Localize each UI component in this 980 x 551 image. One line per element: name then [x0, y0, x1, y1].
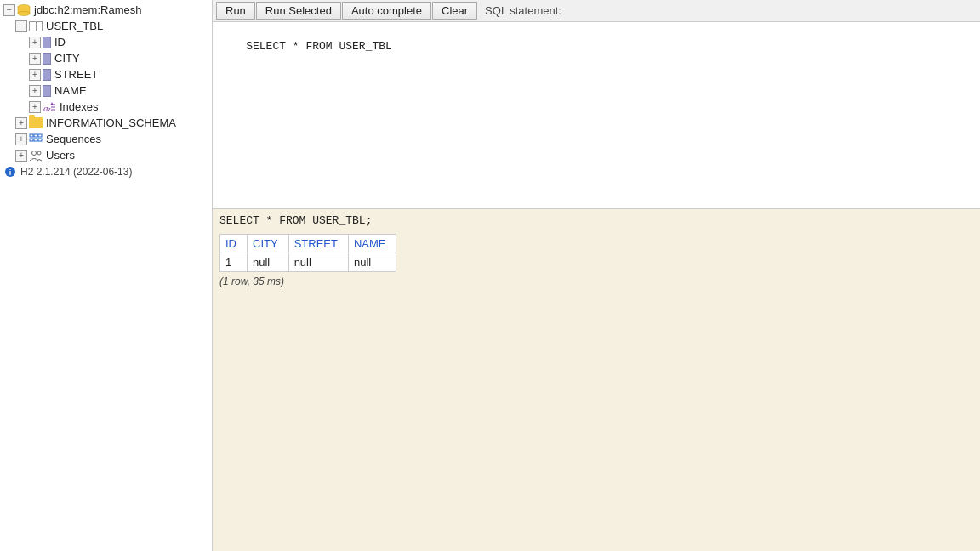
version-row: i H2 2.1.214 (2022-06-13)	[0, 163, 212, 180]
col-header-street: STREET	[288, 235, 348, 253]
info-schema-expand-icon[interactable]: +	[15, 117, 27, 129]
run-button[interactable]: Run	[216, 2, 255, 20]
sequences-label: Sequences	[46, 133, 101, 145]
cell-id: 1	[220, 253, 248, 272]
user-tbl-label: USER_TBL	[46, 20, 103, 32]
info-schema-folder-icon	[29, 117, 43, 128]
col-name-label: NAME	[54, 84, 87, 97]
col-street-label: STREET	[54, 68, 98, 81]
users-item[interactable]: + Users	[0, 147, 212, 163]
sql-editor-content: SELECT * FROM USER_TBL	[246, 40, 392, 53]
svg-rect-15	[34, 139, 37, 141]
svg-text:z: z	[48, 105, 51, 113]
col-header-city: CITY	[248, 235, 289, 253]
col-id-icon	[43, 37, 51, 48]
result-table: ID CITY STREET NAME 1 null null null	[219, 234, 396, 272]
db-icon	[17, 4, 31, 16]
info-schema-item[interactable]: + INFORMATION_SCHEMA	[0, 115, 212, 131]
indexes-label: Indexes	[60, 100, 99, 113]
users-icon	[29, 150, 43, 162]
sidebar: − jdbc:h2:mem:Ramesh − USER_TBL + ID + C…	[0, 0, 213, 551]
auto-complete-button[interactable]: Auto complete	[342, 2, 431, 20]
col-street-icon	[43, 69, 51, 81]
cell-city: null	[248, 253, 289, 272]
col-header-id: ID	[220, 235, 248, 253]
svg-rect-11	[30, 134, 33, 137]
svg-point-2	[18, 11, 30, 15]
user-tbl-expand-icon[interactable]: −	[15, 20, 27, 32]
svg-marker-10	[50, 102, 54, 105]
db-expand-icon[interactable]: −	[3, 4, 15, 16]
col-city-item[interactable]: + CITY	[0, 50, 212, 66]
result-footer: (1 row, 35 ms)	[219, 276, 973, 287]
indexes-item[interactable]: + a z Indexes	[0, 99, 212, 115]
info-icon: i	[3, 166, 17, 178]
right-panel: Run Run Selected Auto complete Clear SQL…	[213, 0, 980, 551]
sql-statement-label: SQL statement:	[485, 4, 561, 17]
svg-rect-13	[38, 134, 42, 137]
result-header-row: ID CITY STREET NAME	[220, 235, 396, 253]
cell-street: null	[288, 253, 348, 272]
svg-rect-12	[34, 134, 37, 137]
result-query-text: SELECT * FROM USER_TBL;	[219, 214, 973, 227]
sql-editor[interactable]: SELECT * FROM USER_TBL	[213, 22, 980, 209]
sequences-item[interactable]: + Sequences	[0, 131, 212, 147]
col-street-item[interactable]: + STREET	[0, 66, 212, 82]
col-name-item[interactable]: + NAME	[0, 82, 212, 99]
sequences-expand-icon[interactable]: +	[15, 133, 27, 145]
col-header-name: NAME	[348, 235, 396, 253]
table-icon	[29, 21, 43, 31]
user-tbl-item[interactable]: − USER_TBL	[0, 18, 212, 34]
db-connection-item[interactable]: − jdbc:h2:mem:Ramesh	[0, 2, 212, 18]
svg-point-17	[32, 151, 37, 155]
sequences-icon	[29, 133, 43, 145]
col-id-expand-icon[interactable]: +	[29, 37, 41, 48]
users-expand-icon[interactable]: +	[15, 150, 27, 162]
results-area: SELECT * FROM USER_TBL; ID CITY STREET N…	[213, 209, 980, 551]
version-label: H2 2.1.214 (2022-06-13)	[20, 166, 132, 178]
run-selected-button[interactable]: Run Selected	[256, 2, 341, 20]
users-label: Users	[46, 149, 75, 162]
svg-text:i: i	[9, 168, 12, 177]
indexes-icon: a z	[43, 101, 56, 113]
svg-point-18	[37, 151, 41, 155]
indexes-expand-icon[interactable]: +	[29, 101, 41, 113]
clear-button[interactable]: Clear	[432, 2, 477, 20]
db-connection-label: jdbc:h2:mem:Ramesh	[34, 3, 141, 16]
col-city-icon	[43, 53, 51, 65]
col-id-label: ID	[54, 36, 66, 48]
col-street-expand-icon[interactable]: +	[29, 69, 41, 81]
col-city-label: CITY	[54, 52, 80, 65]
info-schema-label: INFORMATION_SCHEMA	[46, 116, 176, 129]
col-name-icon	[43, 85, 51, 97]
col-id-item[interactable]: + ID	[0, 34, 212, 50]
table-row: 1 null null null	[220, 253, 396, 272]
svg-rect-14	[30, 139, 33, 141]
cell-name: null	[348, 253, 396, 272]
svg-rect-16	[38, 139, 42, 141]
toolbar: Run Run Selected Auto complete Clear SQL…	[213, 0, 980, 22]
col-name-expand-icon[interactable]: +	[29, 85, 41, 97]
col-city-expand-icon[interactable]: +	[29, 53, 41, 65]
